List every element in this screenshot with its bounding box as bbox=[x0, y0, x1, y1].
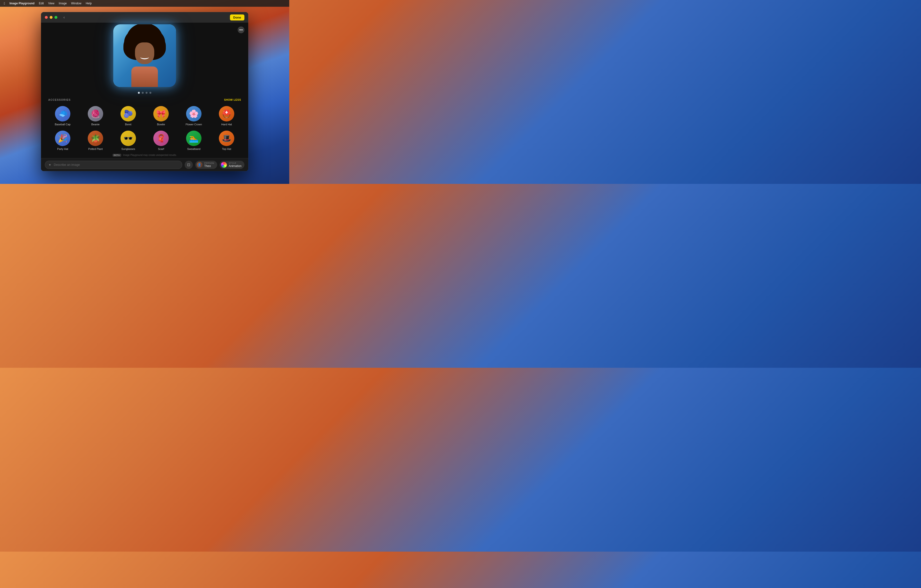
baseball-cap-icon: 🧢 bbox=[55, 106, 70, 122]
accessories-title: ACCESSORIES bbox=[48, 98, 71, 101]
sunglasses-icon: 🕶️ bbox=[120, 131, 136, 146]
fullscreen-button[interactable] bbox=[54, 16, 57, 19]
beanie-label: Beanie bbox=[91, 123, 99, 126]
page-dot-1[interactable] bbox=[138, 92, 140, 94]
beanie-icon: 🧶 bbox=[88, 106, 103, 122]
bowtie-icon: 🎀 bbox=[153, 106, 169, 122]
accessory-sweatband[interactable]: 🏊 Sweatband bbox=[179, 129, 208, 152]
accessories-grid: 🧢 Baseball Cap 🧶 Beanie 🫐 Beret 🎀 Bowtie bbox=[48, 105, 241, 152]
potted-plant-icon: 🪴 bbox=[88, 131, 103, 146]
party-hat-icon: 🎉 bbox=[55, 131, 70, 146]
accessory-potted-plant[interactable]: 🪴 Potted Plant bbox=[81, 129, 110, 152]
hard-hat-icon: ⛑️ bbox=[219, 106, 234, 122]
generated-image bbox=[113, 24, 176, 87]
scarf-label: Scarf bbox=[158, 148, 164, 150]
menu-image[interactable]: Image bbox=[59, 2, 67, 5]
sunglasses-label: Sunglasses bbox=[122, 148, 135, 150]
accessory-top-hat[interactable]: 🎩 Top Hat bbox=[212, 129, 241, 152]
person-label: PERSON bbox=[204, 162, 214, 164]
accessory-beanie[interactable]: 🧶 Beanie bbox=[81, 105, 110, 127]
apple-menu[interactable]:  bbox=[4, 2, 5, 5]
style-label: STYLE bbox=[229, 162, 241, 164]
style-icon bbox=[221, 162, 227, 168]
smile-art bbox=[140, 55, 149, 59]
bowtie-label: Bowtie bbox=[157, 123, 165, 126]
minimize-button[interactable] bbox=[50, 16, 52, 19]
window-bottom-notice: BETA Image Playground may create unexpec… bbox=[41, 152, 248, 158]
menu-edit[interactable]: Edit bbox=[39, 2, 44, 5]
sweatband-icon: 🏊 bbox=[186, 131, 202, 146]
sparkle-icon: ✦ bbox=[49, 163, 51, 167]
person-avatar: 👤 bbox=[197, 162, 202, 168]
accessory-party-hat[interactable]: 🎉 Party Hat bbox=[48, 129, 77, 152]
person-info: PERSON Theo bbox=[204, 162, 214, 168]
beret-label: Beret bbox=[125, 123, 131, 126]
menu-window[interactable]: Window bbox=[71, 2, 81, 5]
image-icon: ⊡ bbox=[187, 162, 190, 167]
back-button[interactable]: ‹ bbox=[61, 15, 67, 20]
accessories-header: ACCESSORIES SHOW LESS bbox=[48, 98, 241, 101]
describe-input[interactable]: ✦ Describe an image bbox=[45, 161, 182, 169]
beta-notice-text: BETA Image Playground may create unexpec… bbox=[112, 154, 177, 156]
top-hat-icon: 🎩 bbox=[219, 131, 234, 146]
accessory-baseball-cap[interactable]: 🧢 Baseball Cap bbox=[48, 105, 77, 127]
face-art bbox=[135, 42, 154, 64]
beta-badge: BETA bbox=[112, 154, 121, 157]
titlebar: ‹ Done bbox=[41, 12, 248, 23]
accessory-sunglasses[interactable]: 🕶️ Sunglasses bbox=[114, 129, 143, 152]
menu-view[interactable]: View bbox=[48, 2, 54, 5]
page-indicators bbox=[138, 92, 151, 94]
page-dot-3[interactable] bbox=[146, 92, 148, 94]
window-content: ••• bbox=[41, 23, 248, 171]
page-dot-2[interactable] bbox=[142, 92, 144, 94]
style-chip[interactable]: STYLE Animation bbox=[220, 161, 244, 169]
accessories-section: ACCESSORIES SHOW LESS 🧢 Baseball Cap 🧶 B… bbox=[41, 96, 248, 152]
person-name: Theo bbox=[204, 164, 214, 168]
baseball-cap-label: Baseball Cap bbox=[55, 123, 70, 126]
potted-plant-label: Potted Plant bbox=[88, 148, 103, 150]
accessory-scarf[interactable]: 🧣 Scarf bbox=[146, 129, 176, 152]
traffic-lights bbox=[45, 16, 57, 19]
describe-placeholder: Describe an image bbox=[54, 163, 80, 167]
main-window: ‹ Done ••• bbox=[41, 12, 248, 171]
party-hat-label: Party Hat bbox=[57, 148, 68, 150]
close-button[interactable] bbox=[45, 16, 48, 19]
body-art bbox=[131, 67, 158, 87]
show-less-button[interactable]: SHOW LESS bbox=[224, 98, 241, 101]
more-options-button[interactable]: ••• bbox=[238, 26, 244, 33]
style-name: Animation bbox=[229, 164, 241, 168]
sweatband-label: Sweatband bbox=[187, 148, 200, 150]
accessory-hard-hat[interactable]: ⛑️ Hard Hat bbox=[212, 105, 241, 127]
accessory-beret[interactable]: 🫐 Beret bbox=[114, 105, 143, 127]
bottom-bar: ✦ Describe an image ⊡ 👤 PERSON Theo STYL… bbox=[41, 158, 248, 171]
person-chip[interactable]: 👤 PERSON Theo bbox=[195, 161, 217, 169]
accessory-flower-crown[interactable]: 🌸 Flower Crown bbox=[179, 105, 208, 127]
menu-app-name[interactable]: Image Playground bbox=[10, 2, 34, 5]
style-info: STYLE Animation bbox=[229, 162, 241, 168]
done-button[interactable]: Done bbox=[230, 15, 245, 21]
top-hat-label: Top Hat bbox=[222, 148, 231, 150]
page-dot-4[interactable] bbox=[150, 92, 151, 94]
menu-help[interactable]: Help bbox=[86, 2, 92, 5]
ellipsis-icon: ••• bbox=[239, 28, 243, 32]
scarf-icon: 🧣 bbox=[153, 131, 169, 146]
flower-crown-icon: 🌸 bbox=[186, 106, 202, 122]
image-area: ••• bbox=[41, 23, 248, 96]
hard-hat-label: Hard Hat bbox=[221, 123, 232, 126]
person-illustration bbox=[118, 29, 171, 87]
beret-icon: 🫐 bbox=[120, 106, 136, 122]
image-upload-button[interactable]: ⊡ bbox=[185, 161, 193, 169]
accessory-bowtie[interactable]: 🎀 Bowtie bbox=[146, 105, 176, 127]
flower-crown-label: Flower Crown bbox=[186, 123, 202, 126]
menu-bar:  Image Playground Edit View Image Windo… bbox=[0, 0, 289, 7]
